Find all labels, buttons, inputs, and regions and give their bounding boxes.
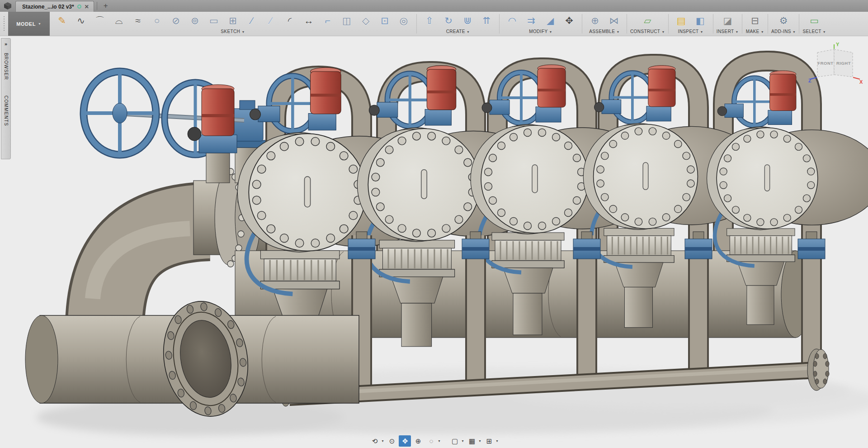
grid-and-snaps-tool-dropdown[interactable]: ▾ [479, 439, 481, 443]
move-icon[interactable]: ✥ [560, 12, 579, 29]
offset-icon[interactable]: ⌐ [318, 12, 337, 29]
create-sketch-icon: ✎ [58, 16, 66, 25]
attached-canvas-icon[interactable]: ◪ [718, 12, 737, 29]
viewports-tool-dropdown[interactable]: ▾ [496, 439, 498, 443]
mirror-icon[interactable]: ◫ [337, 12, 356, 29]
press-pull-icon[interactable]: ⇉ [522, 12, 541, 29]
sketch-dimension-icon[interactable]: ↔ [299, 12, 318, 29]
tangent-arc-icon[interactable]: ⌒ [90, 12, 109, 29]
3d-print-icon: ⊟ [751, 16, 759, 25]
comments-panel-tab[interactable]: COMMENTS [4, 95, 9, 126]
group-label-modify[interactable]: MODIFY ▼ [529, 29, 552, 35]
chevron-down-icon: ▼ [823, 30, 826, 33]
x-axis-icon [853, 77, 860, 79]
chevron-down-icon: ▼ [661, 30, 665, 33]
mirror-icon: ◫ [342, 16, 351, 25]
rectangle-center-icon[interactable]: ⊞ [223, 12, 242, 29]
loft-icon[interactable]: ⋓ [458, 12, 477, 29]
include-3d-geometry-icon[interactable]: ⊡ [375, 12, 394, 29]
sketch-fillet-icon[interactable]: ◜ [280, 12, 299, 29]
extrude-icon[interactable]: ⇧ [420, 12, 439, 29]
project-geometry-icon: ◇ [362, 16, 369, 25]
group-label-assemble[interactable]: ASSEMBLE ▼ [589, 29, 620, 35]
pattern-icon[interactable]: ⇈ [477, 12, 496, 29]
tab-separator [97, 2, 97, 10]
spline-icon[interactable]: ∿ [71, 12, 90, 29]
pan-tool[interactable]: ✥ [399, 435, 411, 447]
control-point-spline-icon[interactable]: ≈ [128, 12, 147, 29]
section-analysis-icon[interactable]: ◧ [691, 12, 710, 29]
construction-plane-icon[interactable]: ▱ [638, 12, 657, 29]
create-sketch-icon[interactable]: ✎ [52, 12, 71, 29]
group-label-inspect[interactable]: INSPECT ▼ [678, 29, 703, 35]
toolbar-group-construct: ▱CONSTRUCT ▼ [627, 12, 668, 36]
joint-icon[interactable]: ⋈ [604, 12, 623, 29]
tab-close-icon[interactable]: ✕ [85, 4, 89, 10]
viewports-tool[interactable]: ⊞ [483, 435, 495, 447]
orbit-tool[interactable]: ⟲ [368, 435, 381, 447]
zoom-tool[interactable]: ⊕ [412, 435, 424, 447]
group-label-addins[interactable]: ADD-INS ▼ [771, 29, 796, 35]
construction-line-icon: ∕ [251, 16, 253, 25]
orbit-tool-dropdown[interactable]: ▾ [382, 439, 383, 443]
model-viewport[interactable]: FRONT RIGHT Y Z X ⟲▾⊙✥⊕◌▾▢▾▦▾⊞▾ [0, 37, 868, 448]
handwheel-1[interactable] [84, 71, 156, 155]
chamfer-icon[interactable]: ◢ [541, 12, 560, 29]
chevron-down-icon: ▼ [700, 30, 703, 33]
model-canvas[interactable] [0, 37, 868, 448]
ellipse-icon: ⊚ [191, 16, 199, 25]
workspace-label: MODEL [16, 21, 36, 27]
outlet-end-flange[interactable] [807, 349, 829, 391]
select-icon[interactable]: ▭ [805, 12, 824, 29]
group-label-make[interactable]: MAKE ▼ [746, 29, 764, 35]
look-at-tool[interactable]: ⊙ [386, 435, 398, 447]
group-label-select[interactable]: SELECT ▼ [802, 29, 826, 35]
window-zoom-tool[interactable]: ◌ [425, 435, 437, 447]
centerline-icon[interactable]: ∕ [261, 12, 280, 29]
new-component-icon: ⊕ [591, 16, 599, 25]
grid-and-snaps-tool[interactable]: ▦ [466, 435, 478, 447]
view-cube-front-label[interactable]: FRONT [817, 61, 833, 66]
document-tab[interactable]: Stazione_...io 02 v3* ✕ [15, 1, 94, 12]
scripts-addins-icon[interactable]: ⚙ [774, 12, 793, 29]
revolve-icon[interactable]: ↻ [439, 12, 458, 29]
3d-print-icon[interactable]: ⊟ [745, 12, 764, 29]
ellipse-icon[interactable]: ⊚ [185, 12, 204, 29]
toolbar-grip[interactable] [3, 16, 7, 31]
circle-tangent-icon: ○ [154, 16, 160, 25]
group-label-construct[interactable]: CONSTRUCT ▼ [630, 29, 665, 35]
slot-icon[interactable]: ◎ [394, 12, 413, 29]
view-cube[interactable]: FRONT RIGHT Y Z X [808, 42, 863, 86]
x-axis-label: X [859, 79, 863, 85]
center-point-arc-icon[interactable]: ⌓ [109, 12, 128, 29]
circle-tangent-icon[interactable]: ○ [147, 12, 166, 29]
attached-canvas-icon: ◪ [723, 16, 732, 25]
measure-icon[interactable]: ▤ [672, 12, 691, 29]
rectangle-two-point-icon[interactable]: ▭ [204, 12, 223, 29]
control-point-spline-icon: ≈ [135, 16, 141, 25]
window-zoom-tool-dropdown[interactable]: ▾ [438, 439, 440, 443]
toolbar-group-inspect: ▤◧INSPECT ▼ [669, 12, 712, 36]
display-settings-tool[interactable]: ▢ [448, 435, 461, 447]
fillet-icon[interactable]: ◠ [503, 12, 522, 29]
workspace-switcher[interactable]: MODEL ▼ [8, 12, 50, 36]
front-header-end-cap [25, 315, 58, 403]
group-label-insert[interactable]: INSERT ▼ [717, 29, 739, 35]
circle-diameter-icon[interactable]: ⊘ [166, 12, 185, 29]
expand-panel-icon[interactable]: » [5, 41, 7, 47]
chevron-down-icon: ▼ [793, 30, 796, 33]
project-geometry-icon[interactable]: ◇ [356, 12, 375, 29]
view-cube-right-label[interactable]: RIGHT [836, 61, 851, 66]
construction-line-icon[interactable]: ∕ [242, 12, 261, 29]
new-component-icon[interactable]: ⊕ [585, 12, 604, 29]
include-3d-geometry-icon: ⊡ [381, 16, 389, 25]
group-label-create[interactable]: CREATE ▼ [446, 29, 470, 35]
chevron-down-icon: ▼ [549, 30, 552, 33]
display-settings-tool-dropdown[interactable]: ▾ [462, 439, 463, 443]
new-tab-button[interactable]: + [100, 0, 112, 12]
rectangle-two-point-icon: ▭ [209, 16, 218, 25]
group-label-sketch[interactable]: SKETCH ▼ [221, 29, 245, 35]
toolbar-separator [799, 14, 799, 33]
toolbar-group-modify: ◠⇉◢✥MODIFY ▼ [500, 12, 581, 36]
browser-panel-tab[interactable]: BROWSER [4, 53, 9, 80]
